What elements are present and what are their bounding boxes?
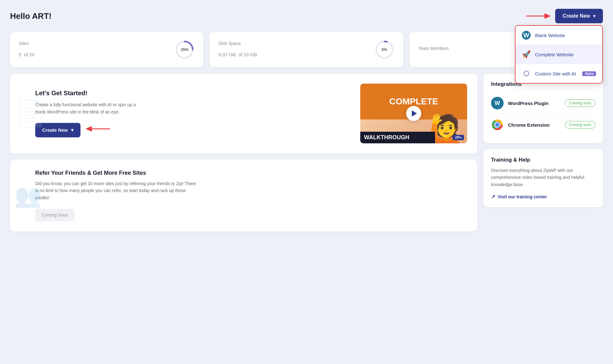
left-column: 📄 Let's Get Started! Create a fully func… bbox=[10, 74, 477, 231]
disk-space-stat-card: Disk Space 0.97 GB of 20 GB 5% bbox=[210, 32, 403, 67]
wordpress-icon: W bbox=[522, 31, 531, 40]
training-card: Training & Help Discover everything abou… bbox=[483, 149, 603, 207]
wordpress-plugin-name: WordPress Plugin bbox=[508, 101, 565, 106]
cube-icon: ⬡ bbox=[522, 69, 531, 78]
get-started-heading: Let's Get Started! bbox=[35, 90, 142, 97]
sites-suffix: of 20 bbox=[24, 52, 34, 57]
dropdown-item-custom-site-ai[interactable]: ⬡ Custom Site with AI Alpha bbox=[516, 64, 602, 83]
training-heading: Training & Help bbox=[491, 157, 595, 163]
create-new-label: Create New bbox=[563, 13, 590, 19]
sites-stat-card: Sites 5 of 20 25% bbox=[10, 32, 203, 67]
disk-suffix: of 20 GB bbox=[238, 52, 257, 57]
get-started-description: Create a fully functional website with A… bbox=[35, 101, 142, 115]
team-label: Team Members bbox=[418, 46, 449, 51]
alpha-badge: Alpha bbox=[582, 71, 596, 76]
main-grid: 📄 Let's Get Started! Create a fully func… bbox=[10, 74, 603, 231]
disk-percent: 5% bbox=[382, 47, 387, 52]
training-description: Discover everything about ZipWP with our… bbox=[491, 167, 595, 188]
disk-label: Disk Space bbox=[218, 41, 257, 46]
refer-heading: Refer Your Friends & Get More Free Sites bbox=[35, 170, 467, 176]
training-link-label: Visit our training center bbox=[498, 194, 547, 199]
sites-percent: 25% bbox=[181, 47, 188, 52]
disk-value: 0.97 GB of 20 GB bbox=[218, 48, 257, 58]
disk-info: Disk Space 0.97 GB of 20 GB bbox=[218, 41, 257, 58]
header-actions: Create New ▾ bbox=[526, 9, 603, 23]
sites-circle: 25% bbox=[174, 40, 195, 60]
svg-marker-1 bbox=[544, 13, 551, 19]
custom-site-ai-label: Custom Site with AI bbox=[535, 71, 576, 76]
refer-coming-soon-button[interactable]: Coming Soon bbox=[35, 209, 75, 221]
svg-marker-6 bbox=[86, 126, 92, 132]
svg-point-16 bbox=[495, 123, 499, 127]
chevron-down-icon-2: ▾ bbox=[71, 127, 74, 133]
blank-website-label: Blank Website bbox=[535, 33, 565, 38]
sites-label: Sites bbox=[19, 41, 35, 46]
video-walkthrough-text: WALKTHROUGH bbox=[360, 132, 435, 143]
rocket-icon: 🚀 bbox=[522, 50, 531, 59]
create-dropdown-menu: W Blank Website 🚀 Complete Website ⬡ Cus… bbox=[515, 25, 603, 84]
training-link[interactable]: ↗ Visit our training center bbox=[491, 194, 595, 200]
sites-value: 5 of 20 bbox=[19, 48, 35, 58]
wordpress-plugin-badge: Coming soon bbox=[565, 99, 595, 107]
create-btn-area: Create New ▾ bbox=[35, 123, 142, 137]
refer-card: 👥 Refer Your Friends & Get More Free Sit… bbox=[10, 160, 477, 231]
disk-circle: 5% bbox=[374, 40, 395, 60]
complete-website-label: Complete Website bbox=[535, 52, 573, 57]
video-play-button[interactable] bbox=[406, 106, 421, 121]
sites-info: Sites 5 of 20 bbox=[19, 41, 35, 58]
refer-description: Did you know, you can get 10 more sites … bbox=[35, 180, 199, 201]
video-thumbnail[interactable]: COMPLETE WALKTHROUGH 🙋 ZIP● bbox=[360, 84, 467, 143]
integration-item-chrome: Chrome Extension Coming soon bbox=[491, 114, 595, 135]
get-started-text: Let's Get Started! Create a fully functi… bbox=[35, 90, 142, 137]
sites-count: 5 bbox=[19, 52, 21, 57]
chrome-icon bbox=[491, 119, 504, 131]
external-link-icon: ↗ bbox=[491, 194, 495, 200]
dropdown-item-blank-website[interactable]: W Blank Website bbox=[516, 26, 602, 45]
page-title: Hello ART! bbox=[10, 11, 52, 21]
zipwp-logo: ZIP● bbox=[453, 135, 464, 140]
document-bg-icon: 📄 bbox=[15, 99, 47, 128]
get-started-card: 📄 Let's Get Started! Create a fully func… bbox=[10, 74, 477, 153]
right-column: Integrations W WordPress Plugin Coming s… bbox=[483, 74, 603, 231]
refer-coming-soon-label: Coming Soon bbox=[41, 212, 68, 218]
wordpress-plugin-icon: W bbox=[491, 97, 504, 109]
dropdown-item-complete-website[interactable]: 🚀 Complete Website bbox=[516, 45, 602, 64]
header: Hello ART! Create New ▾ bbox=[10, 9, 603, 23]
team-info: Team Members bbox=[418, 46, 449, 53]
people-bg-icon: 👥 bbox=[14, 183, 42, 208]
left-arrow-indicator bbox=[85, 124, 110, 136]
chrome-extension-badge: Coming soon bbox=[565, 121, 595, 129]
create-new-button[interactable]: Create New ▾ bbox=[555, 9, 603, 23]
integration-item-wordpress: W WordPress Plugin Coming soon bbox=[491, 92, 595, 114]
arrow-indicator bbox=[526, 11, 551, 21]
integrations-card: Integrations W WordPress Plugin Coming s… bbox=[483, 74, 603, 143]
disk-amount: 0.97 GB bbox=[218, 52, 236, 57]
chevron-down-icon: ▾ bbox=[593, 14, 595, 19]
stats-row: Sites 5 of 20 25% Disk Space 0.97 GB of … bbox=[10, 32, 603, 67]
chrome-extension-name: Chrome Extension bbox=[508, 122, 565, 128]
